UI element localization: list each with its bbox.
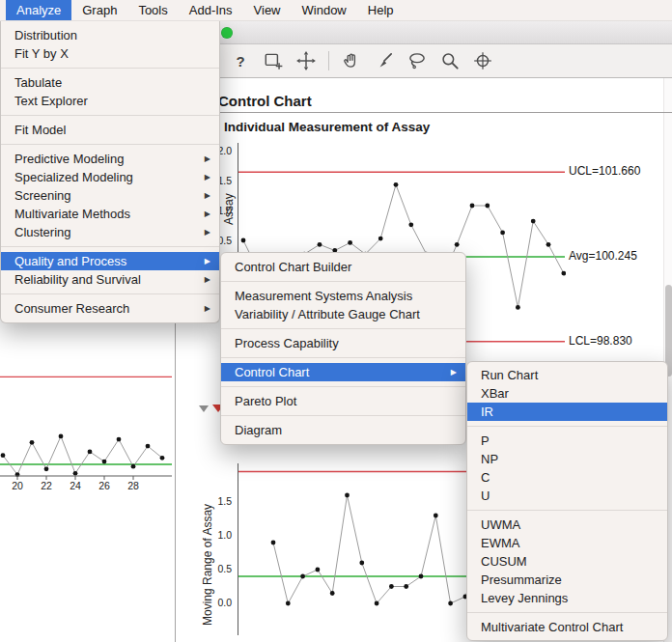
x-tick-label: 26 [95,480,114,491]
menubar-item[interactable]: Graph [71,0,127,20]
hand-tool-icon[interactable] [341,50,362,71]
menu-item[interactable]: UWMA ▶ [467,516,667,534]
screen: 2022242628 ? [0,0,672,642]
menu-item-label: Clustering [14,225,71,239]
menu-item-label: Presummarize [481,572,562,587]
window-titlebar[interactable] [175,21,672,44]
menu-item[interactable]: Clustering ▶ [1,223,219,241]
menubar-item-label: Analyze [16,3,61,17]
submenu-arrow-icon: ▶ [205,154,210,163]
section-title: Individual Measurement of Assay [224,120,430,134]
help-glyph: ? [236,53,244,70]
menu-item-label: CUSUM [481,554,527,569]
magnifier-icon[interactable] [439,50,461,71]
add-window-icon[interactable] [263,50,284,71]
menu-separator [1,241,219,252]
background-chart-xticks: 2022242628 [0,480,172,493]
y-tick-label: 1.5 [217,495,232,507]
menu-item[interactable]: Control Chart ▶ [221,363,465,381]
menu-separator [1,139,219,150]
control-chart-menu: Run Chart ▶ XBar ▶ IR ▶ P ▶ NP ▶ [466,361,668,641]
help-icon[interactable]: ? [230,50,251,71]
move-tool-icon[interactable] [295,50,317,71]
menu-separator [1,110,219,121]
menu-item[interactable]: XBar ▶ [467,384,667,403]
menubar-item[interactable]: Tools [127,0,178,20]
menu-item-label: P [481,433,490,448]
submenu-arrow-icon: ▶ [205,275,210,284]
menu-item-label: Diagram [235,423,282,437]
menu-item-label: Process Capability [235,336,339,350]
menu-item-label: Levey Jennings [481,591,568,605]
crosshair-icon[interactable] [472,50,493,71]
menu-item[interactable]: EWMA ▶ [467,534,667,552]
menu-item-label: Screening [14,188,71,203]
menu-item[interactable]: IR ▶ [467,403,667,421]
menu-item[interactable]: P ▶ [467,432,667,450]
menubar-item[interactable]: Window [292,0,357,20]
menu-item[interactable]: Fit Model ▶ [1,121,219,139]
menu-item[interactable]: Variability / Attribute Gauge Chart ▶ [221,305,465,323]
menu-item[interactable]: Multivariate Control Chart ▶ [467,618,667,636]
menu-item[interactable]: Diagram ▶ [221,421,465,439]
menu-item[interactable]: Text Explorer ▶ [1,92,219,110]
menu-item[interactable]: Control Chart Builder ▶ [221,258,465,276]
menubar-item[interactable]: View [243,0,292,20]
submenu-arrow-icon: ▶ [205,304,210,313]
menu-item-label: Pareto Plot [235,394,296,408]
menu-item-label: EWMA [481,536,519,550]
brush-tool-icon[interactable] [374,50,395,71]
toolbar-divider [328,51,329,70]
menu-item[interactable]: Quality and Process ▶ [1,252,219,270]
menu-item[interactable]: Predictive Modeling ▶ [1,150,219,168]
menubar-item[interactable]: Analyze [6,0,71,20]
disclosure-icon[interactable] [199,405,209,412]
menu-item[interactable]: Tabulate ▶ [1,73,219,92]
zoom-button[interactable] [221,27,233,39]
menu-item[interactable]: Measurement Systems Analysis ▶ [221,287,465,305]
background-chart[interactable] [0,367,172,497]
menu-separator [221,323,465,334]
menu-item-label: Variability / Attribute Gauge Chart [235,307,420,321]
menu-item[interactable]: Multivariate Methods ▶ [1,205,219,223]
menu-separator [467,421,667,432]
menu-item-label: Distribution [14,28,77,42]
lasso-tool-icon[interactable] [406,50,428,71]
menu-item[interactable]: Levey Jennings ▶ [467,589,667,607]
menubar-item-label: Graph [82,3,117,17]
y-tick-label: 1.0 [217,529,232,541]
menubar-item-label: Help [368,3,394,17]
menu-item[interactable]: Fit Y by X ▶ [1,44,219,63]
menu-separator [221,352,465,363]
menu-item[interactable]: Process Capability ▶ [221,334,465,352]
menu-item[interactable]: Run Chart ▶ [467,366,667,384]
menu-item-label: C [481,470,490,485]
submenu-arrow-icon: ▶ [205,257,210,265]
analyze-menu: Distribution ▶ Fit Y by X ▶ Tabulate ▶ T… [0,21,220,323]
menu-item[interactable]: Pareto Plot ▶ [221,392,465,410]
menu-item[interactable]: Consumer Research ▶ [1,299,219,318]
menu-item-label: Tabulate [14,75,62,90]
menu-item[interactable]: U ▶ [467,487,667,505]
lcl-label: LCL=98.830 [569,334,632,348]
menu-item-label: Fit Y by X [14,46,69,61]
mr-ylabel: Moving Range of Assay [201,504,214,626]
report-title: Control Chart [218,93,312,109]
menu-item[interactable]: Reliability and Survival ▶ [1,270,219,289]
menu-item[interactable]: Screening ▶ [1,186,219,205]
menu-item[interactable]: Distribution ▶ [1,26,219,44]
menu-item[interactable]: NP ▶ [467,450,667,468]
menu-item[interactable]: Specialized Modeling ▶ [1,168,219,186]
menu-item-label: Control Chart [235,365,309,379]
menu-item-label: Predictive Modeling [14,152,124,166]
menu-item[interactable]: Presummarize ▶ [467,571,667,589]
quality-and-process-menu: Control Chart Builder ▶ Measurement Syst… [220,252,466,445]
ir-ylabel: Assay [222,193,236,225]
menu-item[interactable]: C ▶ [467,468,667,487]
menu-item-label: Multivariate Control Chart [481,620,623,634]
menu-item[interactable]: CUSUM ▶ [467,552,667,571]
menubar-item[interactable]: Add-Ins [179,0,243,20]
menu-item-label: Fit Model [14,123,66,137]
menu-separator [1,63,219,73]
menubar-item[interactable]: Help [357,0,405,20]
